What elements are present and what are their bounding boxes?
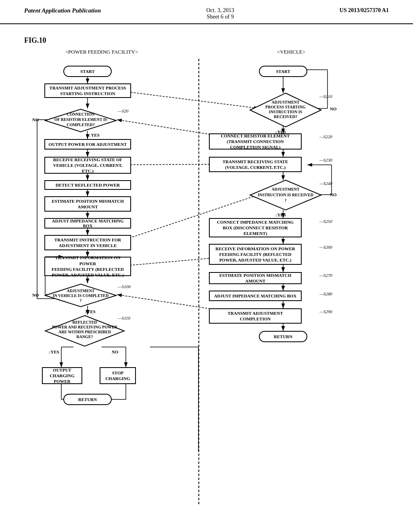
- s250-node: CONNECT IMPEDANCE MATCHING BOX (DISCONNE…: [209, 218, 302, 237]
- s280-label: —S280: [319, 291, 332, 296]
- start-right-node: START: [259, 66, 307, 77]
- s210-no-label: NO: [330, 106, 337, 111]
- s90-node: TRANSMIT INFORMATION ON POWER FEEDING FA…: [44, 257, 131, 276]
- s260-node: RECEIVE INFORMATION ON POWER FEEDING FAC…: [209, 244, 302, 265]
- s110-no-label: NO: [112, 349, 119, 354]
- s290-node: TRANSMIT ADJUSTMENT COMPLETION: [209, 308, 302, 324]
- svg-text:IN VEHICLE IS COMPLETED: IN VEHICLE IS COMPLETED: [53, 293, 108, 298]
- svg-text:COMPLETED?: COMPLETED?: [67, 123, 94, 127]
- s220-label: —S220: [319, 134, 332, 139]
- sheet-info: Sheet 6 of 9: [206, 14, 234, 20]
- s100-label: —S100: [118, 284, 131, 289]
- svg-text:REFLECTED: REFLECTED: [72, 320, 97, 324]
- s40-node: RECEIVE RECEIVING STATE OF VEHICLE (VOLT…: [44, 157, 131, 174]
- s80-node: TRANSMIT INSTRUCTION FOR ADJUSTMENT IN V…: [44, 235, 131, 250]
- svg-text:?: ?: [285, 198, 287, 203]
- svg-text:?: ?: [80, 298, 82, 303]
- right-column-header: <VEHICLE>: [215, 49, 368, 55]
- s290-label: —S290: [319, 309, 332, 314]
- s240-yes-label: ↓YES: [275, 212, 286, 217]
- s100-yes-label: ↓YES: [85, 309, 96, 314]
- svg-line-42: [118, 91, 259, 108]
- s210-diamond: ADJUSTMENT PROCESS STARTING INSTRUCTION …: [249, 92, 322, 128]
- s270-label: —S270: [319, 273, 332, 278]
- svg-text:INSTRUCTION IS RECEIVED: INSTRUCTION IS RECEIVED: [258, 193, 313, 197]
- svg-text:INSTRUCTION IS: INSTRUCTION IS: [269, 110, 302, 114]
- s230-node: TRANSMIT RECEIVING STATE (VOLTAGE, CURRE…: [209, 157, 302, 172]
- s250-label: —S250: [319, 219, 332, 224]
- s20-diamond: CONNECTION OF RESISTOR ELEMENT IS COMPLE…: [44, 108, 117, 133]
- s110-diamond: REFLECTED POWER AND RECEIVING POWER ARE …: [44, 315, 125, 347]
- s20-no-label: NO: [32, 117, 39, 122]
- s100-no-label: NO: [32, 293, 39, 297]
- s240-no-label: NO: [330, 192, 337, 197]
- return-right-node: RETURN: [259, 331, 307, 342]
- s230-label: —S230: [319, 158, 332, 162]
- svg-text:OF RESISTOR ELEMENT IS: OF RESISTOR ELEMENT IS: [54, 117, 107, 122]
- svg-text:ADJUSTMENT: ADJUSTMENT: [272, 100, 300, 104]
- s280-node: ADJUST IMPEDANCE MATCHING BOX: [209, 291, 302, 301]
- s130-node: STOP CHARGING: [100, 367, 136, 384]
- s110-yes-label: ↓YES: [48, 349, 59, 354]
- s60-node: ESTIMATE POSITION MISMATCH AMOUNT: [44, 196, 131, 212]
- svg-text:CONNECTION: CONNECTION: [67, 112, 95, 116]
- svg-text:PROCESS STARTING: PROCESS STARTING: [265, 105, 306, 109]
- svg-text:RANGE?: RANGE?: [76, 335, 93, 339]
- svg-text:ADJUSTMENT: ADJUSTMENT: [67, 289, 95, 293]
- s20-yes-label: ↓YES: [89, 133, 100, 137]
- svg-text:ARE WITHIN PRESCRIBED: ARE WITHIN PRESCRIBED: [58, 330, 111, 334]
- page-header: Patent Application Publication Oct. 3, 2…: [0, 0, 413, 24]
- return-left-node: RETURN: [63, 394, 112, 405]
- publication-title: Patent Application Publication: [24, 7, 101, 14]
- s70-node: ADJUST IMPEDANCE MATCHING BOX: [44, 218, 131, 229]
- svg-text:RECEIVED?: RECEIVED?: [274, 114, 297, 119]
- s50-node: DETECT REFLECTED POWER: [44, 180, 131, 190]
- s30-node: OUTPUT POWER FOR ADJUSTMENT: [44, 139, 131, 150]
- s270-node: ESTIMATE POSITION MISMATCH AMOUNT: [209, 272, 302, 284]
- s10-node: TRANSMIT ADJUSTMENT PROCESS STARTING INS…: [44, 83, 131, 98]
- column-divider: [198, 59, 199, 504]
- s120-node: OUTPUT CHARGING POWER: [42, 367, 82, 384]
- publication-date: Oct. 3, 2013: [206, 7, 234, 14]
- s220-node: CONNECT RESISTOR ELEMENT (TRANSMIT CONNE…: [209, 133, 302, 150]
- s20-label: —S20: [118, 108, 128, 113]
- s240-diamond: ADJUSTMENT INSTRUCTION IS RECEIVED ?: [249, 179, 322, 211]
- flowchart: <POWER FEEDING FACILITY> <VEHICLE>: [25, 49, 388, 504]
- svg-text:POWER AND RECEIVING POWER: POWER AND RECEIVING POWER: [52, 325, 118, 329]
- figure-title: FIG.10: [24, 36, 389, 45]
- s100-diamond: ADJUSTMENT IN VEHICLE IS COMPLETED ?: [44, 283, 117, 308]
- left-column-header: <POWER FEEDING FACILITY>: [33, 49, 170, 55]
- svg-text:ADJUSTMENT: ADJUSTMENT: [272, 187, 300, 191]
- header-center: Oct. 3, 2013 Sheet 6 of 9: [206, 7, 234, 20]
- patent-number: US 2013/0257370 A1: [340, 7, 389, 14]
- main-content: FIG.10 <POWER FEEDING FACILITY> <VEHICLE…: [0, 24, 413, 516]
- start-left-node: START: [63, 66, 112, 77]
- s260-label: —S260: [319, 245, 332, 249]
